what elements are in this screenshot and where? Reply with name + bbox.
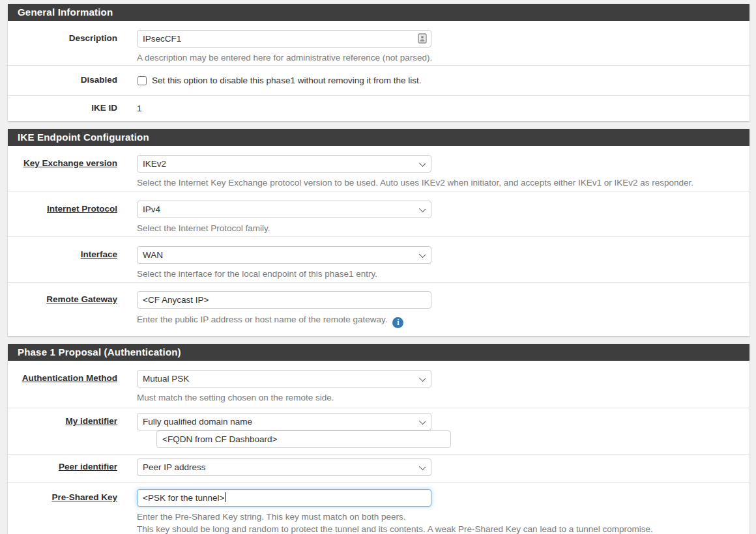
pre-shared-key-label: Pre-Shared Key — [51, 492, 117, 502]
internet-protocol-label: Internet Protocol — [47, 204, 117, 214]
interface-select[interactable]: WAN — [137, 246, 431, 264]
ike-id-row: IKE ID 1 — [8, 96, 749, 121]
disabled-row: Disabled Set this option to disable this… — [8, 66, 749, 96]
authentication-method-help: Must match the setting chosen on the rem… — [137, 392, 746, 403]
key-exchange-version-label: Key Exchange version — [23, 158, 117, 168]
interface-help: Select the interface for the local endpo… — [137, 268, 746, 279]
interface-label: Interface — [81, 249, 117, 259]
text-caret — [225, 492, 225, 502]
peer-identifier-label: Peer identifier — [59, 462, 117, 471]
remote-gateway-label: Remote Gateway — [46, 294, 117, 304]
description-label: Description — [69, 33, 117, 43]
section-header-general: General Information — [8, 4, 749, 21]
disabled-checkbox-label[interactable]: Set this option to disable this phase1 w… — [152, 75, 421, 86]
pre-shared-key-value: <PSK for the tunnel> — [143, 493, 224, 503]
pre-shared-key-help-2: This key should be long and random to pr… — [137, 523, 746, 534]
peer-identifier-select[interactable]: Peer IP address — [137, 458, 431, 476]
autofill-contact-icon[interactable] — [418, 33, 427, 44]
interface-row: Interface WAN Select the interface for t… — [8, 237, 749, 283]
authentication-method-select[interactable]: Mutual PSK — [137, 370, 431, 387]
section-header-ike-endpoint: IKE Endpoint Configuration — [8, 129, 749, 146]
remote-gateway-help: Enter the public IP address or host name… — [137, 315, 387, 324]
section-general-information: General Information Description A descri… — [8, 4, 749, 121]
internet-protocol-help: Select the Internet Protocol family. — [137, 223, 746, 234]
remote-gateway-row: Remote Gateway Enter the public IP addre… — [8, 283, 749, 336]
my-identifier-input[interactable] — [156, 430, 451, 448]
internet-protocol-row: Internet Protocol IPv4 Select the Intern… — [8, 191, 749, 237]
ike-id-value: 1 — [137, 103, 746, 114]
section-title: Phase 1 Proposal (Authentication) — [18, 346, 181, 358]
my-identifier-row: My identifier Fully qualified domain nam… — [8, 408, 749, 455]
authentication-method-row: Authentication Method Mutual PSK Must ma… — [8, 361, 749, 408]
description-row: Description A description may be entered… — [8, 21, 749, 66]
pre-shared-key-row: Pre-Shared Key <PSK for the tunnel> Ente… — [8, 483, 749, 534]
ike-id-label: IKE ID — [91, 103, 117, 113]
section-header-phase1-proposal: Phase 1 Proposal (Authentication) — [8, 344, 749, 361]
key-exchange-version-select[interactable]: IKEv2 — [137, 155, 431, 173]
section-title: IKE Endpoint Configuration — [18, 132, 149, 143]
pre-shared-key-help-1: Enter the Pre-Shared Key string. This ke… — [137, 511, 746, 523]
disabled-checkbox[interactable] — [138, 76, 147, 85]
description-input[interactable] — [137, 30, 431, 48]
disabled-label: Disabled — [81, 75, 117, 85]
section-title: General Information — [18, 7, 113, 18]
peer-identifier-row: Peer identifier Peer IP address — [8, 455, 749, 483]
internet-protocol-select[interactable]: IPv4 — [137, 201, 431, 218]
key-exchange-version-help: Select the Internet Key Exchange protoco… — [137, 177, 746, 188]
remote-gateway-input[interactable] — [137, 291, 431, 309]
section-phase1-proposal-authentication: Phase 1 Proposal (Authentication) Authen… — [8, 344, 749, 534]
section-ike-endpoint-configuration: IKE Endpoint Configuration Key Exchange … — [8, 129, 749, 336]
my-identifier-select[interactable]: Fully qualified domain name — [137, 413, 431, 430]
my-identifier-label: My identifier — [65, 416, 117, 426]
authentication-method-label: Authentication Method — [22, 373, 117, 383]
key-exchange-version-row: Key Exchange version IKEv2 Select the In… — [8, 146, 749, 191]
pre-shared-key-input[interactable]: <PSK for the tunnel> — [137, 489, 431, 507]
page-content: General Information Description A descri… — [0, 0, 756, 534]
info-icon[interactable]: i — [392, 317, 403, 328]
description-help: A description may be entered here for ad… — [137, 52, 746, 63]
